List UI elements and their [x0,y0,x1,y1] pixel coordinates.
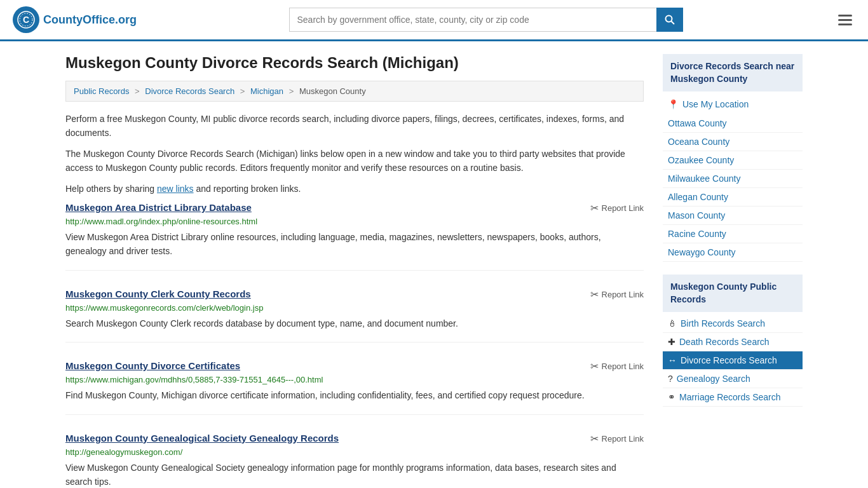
intro-para3-suffix: and reporting broken links. [194,184,301,194]
nearby-header: Divorce Records Search near Muskegon Cou… [663,54,803,92]
county-link[interactable]: Ozaukee County [668,155,734,165]
record-url-link[interactable]: https://www.muskegonrecords.com/clerk/we… [65,303,263,313]
report-link-button[interactable]: ✂ Report Link [590,433,644,445]
sidebar-item-newaygo[interactable]: Newaygo County [663,243,803,262]
location-pin-icon: 📍 [668,99,679,109]
nearby-counties-list: Ottawa County Oceana County Ozaukee Coun… [663,114,803,262]
death-records-link[interactable]: Death Records Search [679,337,770,347]
record-header: Muskegon County Genealogical Society Gen… [65,433,644,445]
record-item: Muskegon Area District Library Database … [65,202,644,271]
birth-records-link[interactable]: Birth Records Search [681,318,765,329]
report-link-button[interactable]: ✂ Report Link [590,360,644,372]
logo[interactable]: C CountyOffice.org [13,6,137,33]
record-desc: Search Muskegon County Clerk records dat… [65,316,644,330]
report-label: Report Link [602,362,644,371]
sidebar-item-oceana[interactable]: Oceana County [663,133,803,151]
county-link[interactable]: Racine County [668,229,726,239]
record-item: Muskegon County Divorce Certificates ✂ R… [65,360,644,414]
breadcrumb-sep: > [135,86,140,96]
birth-records-icon: 🕯 [668,318,677,329]
marriage-records-icon: ⚭ [668,392,675,402]
county-link[interactable]: Milwaukee County [668,173,740,184]
record-header: Muskegon County Clerk County Records ✂ R… [65,288,644,301]
sidebar-item-milwaukee[interactable]: Milwaukee County [663,170,803,188]
county-link[interactable]: Oceana County [668,137,729,147]
breadcrumb-public-records[interactable]: Public Records [74,86,129,96]
record-title[interactable]: Muskegon County Genealogical Society Gen… [65,433,339,444]
search-area [289,8,683,32]
record-header: Muskegon Area District Library Database … [65,202,644,214]
sidebar-item-allegan[interactable]: Allegan County [663,188,803,207]
search-button[interactable] [656,8,683,32]
county-link[interactable]: Mason County [668,210,725,220]
sidebar-item-birth-records[interactable]: 🕯 Birth Records Search [663,315,803,333]
sidebar-item-genealogy[interactable]: ? Genealogy Search [663,370,803,388]
report-link-button[interactable]: ✂ Report Link [590,288,644,301]
record-desc: View Muskegon County Genealogical Societ… [65,461,644,488]
records-list: Muskegon Area District Library Database … [65,202,644,488]
breadcrumb-current: Muskegon County [299,86,366,96]
logo-icon: C [13,6,39,33]
new-links-link[interactable]: new links [157,184,194,194]
marriage-records-link[interactable]: Marriage Records Search [679,392,781,402]
breadcrumb-sep: > [289,86,294,96]
sidebar-item-racine[interactable]: Racine County [663,225,803,243]
genealogy-link[interactable]: Genealogy Search [677,374,750,384]
use-location-link[interactable]: Use My Location [682,99,749,109]
sidebar-item-mason[interactable]: Mason County [663,207,803,225]
record-url: https://www.michigan.gov/mdhhs/0,5885,7-… [65,375,644,384]
main-container: Muskegon County Divorce Records Search (… [53,41,815,488]
county-link[interactable]: Allegan County [668,192,728,202]
logo-text: CountyOffice.org [43,13,137,27]
record-title[interactable]: Muskegon County Divorce Certificates [65,360,240,371]
record-url-link[interactable]: http://www.madl.org/index.php/online-res… [65,217,257,226]
nearby-section: Divorce Records Search near Muskegon Cou… [663,54,803,262]
record-url: https://www.muskegonrecords.com/clerk/we… [65,303,644,313]
intro-para3-prefix: Help others by sharing [65,184,157,194]
sidebar-item-ottawa[interactable]: Ottawa County [663,114,803,133]
search-input[interactable] [289,8,656,32]
breadcrumb-michigan[interactable]: Michigan [250,86,283,96]
svg-text:C: C [23,15,29,25]
county-link[interactable]: Ottawa County [668,118,727,128]
sidebar-item-divorce-records[interactable]: ↔ Divorce Records Search [663,351,803,370]
report-label: Report Link [602,434,644,444]
divorce-records-icon: ↔ [668,355,677,365]
use-location[interactable]: 📍 Use My Location [663,94,803,114]
county-link[interactable]: Newaygo County [668,247,736,257]
svg-point-3 [665,16,672,22]
page-title: Muskegon County Divorce Records Search (… [65,54,644,72]
public-records-section: Muskegon County Public Records 🕯 Birth R… [663,274,803,407]
breadcrumb-sep: > [240,86,245,96]
death-records-icon: ✚ [668,337,675,347]
sidebar-item-marriage-records[interactable]: ⚭ Marriage Records Search [663,388,803,407]
intro-para2: The Muskegon County Divorce Records Sear… [65,147,644,175]
menu-button[interactable] [835,11,855,29]
sidebar-item-ozaukee[interactable]: Ozaukee County [663,151,803,170]
report-icon: ✂ [590,360,599,372]
report-link-button[interactable]: ✂ Report Link [590,202,644,214]
report-icon: ✂ [590,202,599,214]
record-title[interactable]: Muskegon Area District Library Database [65,202,252,213]
report-label: Report Link [602,203,644,213]
svg-line-4 [671,22,674,25]
record-title[interactable]: Muskegon County Clerk County Records [65,288,251,299]
breadcrumb-divorce-records[interactable]: Divorce Records Search [145,86,234,96]
record-url-link[interactable]: https://www.michigan.gov/mdhhs/0,5885,7-… [65,375,323,384]
logo-office: Office [83,13,115,26]
divorce-records-link[interactable]: Divorce Records Search [681,355,777,365]
record-url: http://genealogymuskegon.com/ [65,447,644,457]
sidebar: Divorce Records Search near Muskegon Cou… [663,54,803,488]
site-header: C CountyOffice.org [0,0,868,41]
record-desc: View Muskegon Area District Library onli… [65,230,644,259]
record-header: Muskegon County Divorce Certificates ✂ R… [65,360,644,372]
breadcrumb: Public Records > Divorce Records Search … [65,81,644,102]
genealogy-icon: ? [668,374,673,384]
record-item: Muskegon County Genealogical Society Gen… [65,433,644,488]
record-url-link[interactable]: http://genealogymuskegon.com/ [65,447,182,457]
logo-county: County [43,13,83,26]
record-desc: Find Muskegon County, Michigan divorce c… [65,388,644,402]
menu-icon [838,15,852,17]
report-icon: ✂ [590,288,599,301]
sidebar-item-death-records[interactable]: ✚ Death Records Search [663,333,803,351]
